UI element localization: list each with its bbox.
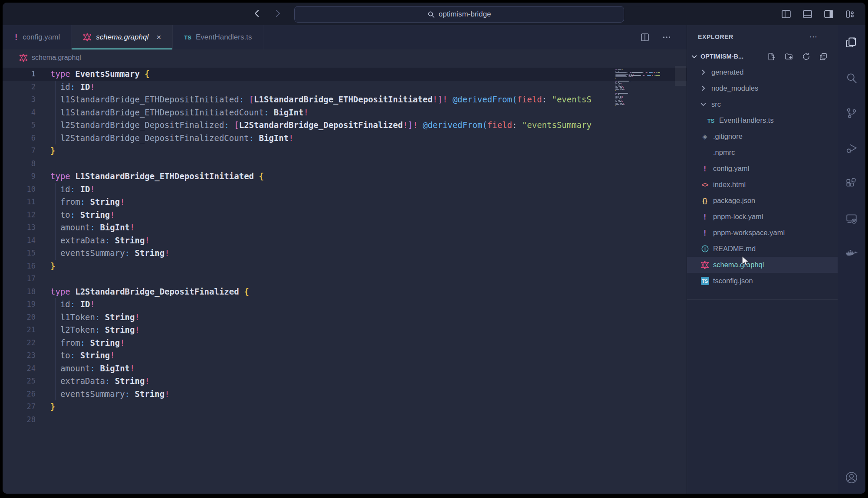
code-line-26[interactable]: 26 eventsSummary: String! xyxy=(3,388,687,401)
editor-scrollbar[interactable] xyxy=(675,66,686,86)
new-file-icon[interactable] xyxy=(767,52,776,61)
chevron-right-icon xyxy=(700,85,707,92)
indent-guide xyxy=(55,221,56,234)
json-icon: {} xyxy=(702,197,707,205)
tree-file-pnpm-workspace.yaml[interactable]: !pnpm-workspace.yaml xyxy=(687,225,838,241)
search-icon[interactable] xyxy=(844,71,859,85)
code-line-6[interactable]: 6 l2StandardBridge_DepositFinalizedCount… xyxy=(3,132,687,145)
tab-bar: !config.yamlschema.graphql×TSEventHandle… xyxy=(3,25,687,49)
indent-guide xyxy=(55,298,56,311)
tree-file-README.md[interactable]: README.md xyxy=(687,241,838,257)
file-tree: generatednode_modulessrcTSEventHandlers.… xyxy=(687,64,838,289)
indent-guide xyxy=(55,81,56,94)
yaml-icon: ! xyxy=(703,213,707,221)
command-center-search[interactable]: optimism-bridge xyxy=(294,6,624,23)
tree-folder-node_modules[interactable]: node_modules xyxy=(687,80,838,96)
explorer-icon[interactable] xyxy=(844,36,859,50)
new-folder-icon[interactable] xyxy=(784,52,793,61)
collapse-all-icon[interactable] xyxy=(819,52,828,61)
editor-group: !config.yamlschema.graphql×TSEventHandle… xyxy=(3,25,687,494)
back-button[interactable] xyxy=(251,7,264,20)
split-editor-button[interactable] xyxy=(640,32,650,43)
activity-bar xyxy=(838,25,865,494)
tab-label: config.yaml xyxy=(23,33,60,42)
tree-file-.npmrc[interactable]: .npmrc xyxy=(687,144,838,161)
source-control-icon[interactable] xyxy=(844,106,859,121)
more-actions-button[interactable] xyxy=(661,32,672,43)
code-line-28[interactable]: 28 xyxy=(3,413,687,426)
tree-file-package.json[interactable]: {}package.json xyxy=(687,193,838,209)
indent-guide xyxy=(55,132,56,145)
code-editor[interactable]: 1type EventsSummary {2 id: ID!3 l1Standa… xyxy=(3,66,687,494)
tree-item-label: tsconfig.json xyxy=(713,277,753,285)
account-icon[interactable] xyxy=(844,470,859,485)
code-line-10[interactable]: 10 id: ID! xyxy=(3,183,687,196)
tree-item-label: README.md xyxy=(713,245,756,253)
code-line-20[interactable]: 20 l1Token: String! xyxy=(3,311,687,324)
tree-folder-src[interactable]: src xyxy=(687,96,838,112)
minimap[interactable] xyxy=(615,69,673,108)
tab-schema.graphql[interactable]: schema.graphql× xyxy=(72,25,173,49)
tree-file-.gitignore[interactable]: ◈.gitignore xyxy=(687,128,838,144)
code-line-4[interactable]: 4 l1StandardBridge_ETHDepositInitiatedCo… xyxy=(3,106,687,119)
sidebar-header: EXPLORER ⋯ xyxy=(687,25,838,49)
code-line-2[interactable]: 2 id: ID! xyxy=(3,81,687,94)
remote-explorer-icon[interactable] xyxy=(844,211,859,226)
line-number: 2 xyxy=(3,81,36,94)
code-line-14[interactable]: 14 extraData: String! xyxy=(3,234,687,247)
code-line-16[interactable]: 16} xyxy=(3,260,687,273)
forward-button[interactable] xyxy=(271,7,284,20)
code-line-8[interactable]: 8 xyxy=(3,157,687,170)
code-line-21[interactable]: 21 l2Token: String! xyxy=(3,324,687,337)
code-line-23[interactable]: 23 to: String! xyxy=(3,349,687,362)
tree-file-index.html[interactable]: <>index.html xyxy=(687,177,838,193)
code-line-22[interactable]: 22 from: String! xyxy=(3,337,687,350)
vscode-window: optimism-bridge !config.yamlschema.graph… xyxy=(3,3,865,494)
code-line-18[interactable]: 18type L2StandardBridge_DepositFinalized… xyxy=(3,285,687,298)
extensions-icon[interactable] xyxy=(844,176,859,191)
line-number: 4 xyxy=(3,106,36,119)
indent-guide xyxy=(55,388,56,401)
code-line-11[interactable]: 11 from: String! xyxy=(3,196,687,209)
code-line-15[interactable]: 15 eventsSummary: String! xyxy=(3,247,687,260)
tab-EventHandlers.ts[interactable]: TSEventHandlers.ts xyxy=(173,25,263,49)
code-line-9[interactable]: 9type L1StandardBridge_ETHDepositInitiat… xyxy=(3,170,687,183)
code-line-19[interactable]: 19 id: ID! xyxy=(3,298,687,311)
tsconfig-icon: TS xyxy=(701,277,709,285)
code-line-25[interactable]: 25 extraData: String! xyxy=(3,375,687,388)
toggle-panel-icon[interactable] xyxy=(801,8,813,20)
run-debug-icon[interactable] xyxy=(844,141,859,156)
code-line-1[interactable]: 1type EventsSummary { xyxy=(3,68,687,81)
code-line-17[interactable]: 17 xyxy=(3,272,687,285)
code-line-24[interactable]: 24 amount: BigInt! xyxy=(3,362,687,375)
code-line-13[interactable]: 13 amount: BigInt! xyxy=(3,221,687,234)
breadcrumb[interactable]: schema.graphql xyxy=(3,49,687,66)
search-icon xyxy=(427,11,435,18)
tree-item-label: pnpm-workspace.yaml xyxy=(713,229,785,237)
code-line-3[interactable]: 3 l1StandardBridge_ETHDepositInitiated: … xyxy=(3,93,687,106)
tree-item-label: schema.graphql xyxy=(713,261,764,269)
close-tab-icon[interactable]: × xyxy=(156,33,161,42)
code-line-7[interactable]: 7} xyxy=(3,144,687,157)
docker-icon[interactable] xyxy=(844,246,859,261)
breadcrumb-label: schema.graphql xyxy=(32,54,81,62)
code-line-12[interactable]: 12 to: String! xyxy=(3,209,687,222)
tree-file-tsconfig.json[interactable]: TStsconfig.json xyxy=(687,273,838,289)
tree-file-config.yaml[interactable]: !config.yaml xyxy=(687,161,838,177)
toggle-primary-sidebar-icon[interactable] xyxy=(780,8,792,20)
refresh-icon[interactable] xyxy=(802,52,811,61)
code-line-5[interactable]: 5 l2StandardBridge_DepositFinalized: [L2… xyxy=(3,119,687,132)
line-number: 27 xyxy=(3,400,36,413)
tree-folder-generated[interactable]: generated xyxy=(687,64,838,80)
sidebar-more-actions-button[interactable]: ⋯ xyxy=(809,32,818,42)
tree-file-schema.graphql[interactable]: schema.graphql xyxy=(687,257,838,273)
tree-item-label: node_modules xyxy=(711,84,758,92)
customize-layout-icon[interactable] xyxy=(844,8,856,20)
tab-config.yaml[interactable]: !config.yaml xyxy=(3,25,72,49)
indent-guide xyxy=(55,337,56,350)
toggle-secondary-sidebar-icon[interactable] xyxy=(822,8,835,20)
tree-file-EventHandlers.ts[interactable]: TSEventHandlers.ts xyxy=(687,112,838,128)
workspace-section-header[interactable]: OPTIMISM-B... xyxy=(687,49,838,64)
tree-file-pnpm-lock.yaml[interactable]: !pnpm-lock.yaml xyxy=(687,209,838,225)
code-line-27[interactable]: 27} xyxy=(3,400,687,413)
